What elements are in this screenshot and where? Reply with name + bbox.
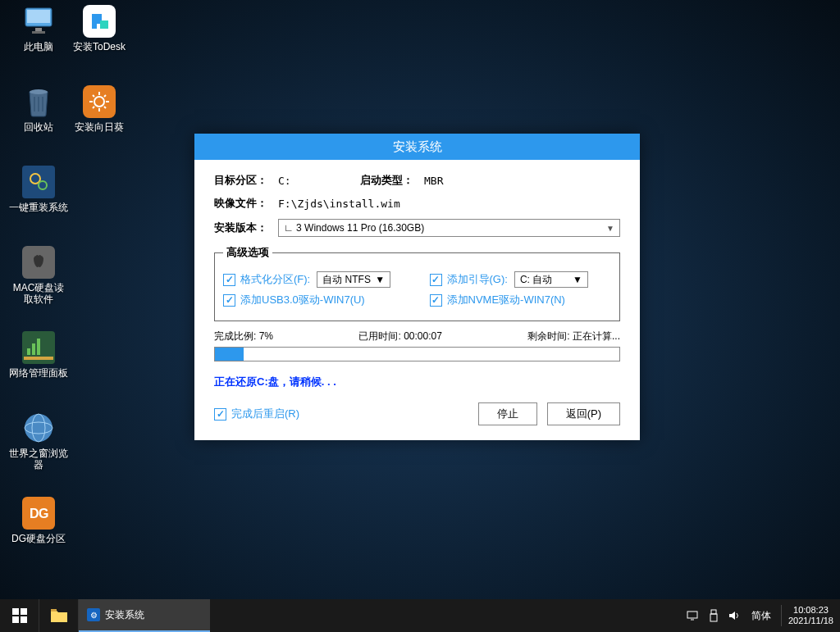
format-partition-label: 格式化分区(F): bbox=[240, 272, 310, 287]
svg-rect-8 bbox=[32, 343, 35, 355]
svg-rect-10 bbox=[24, 357, 53, 360]
svg-rect-2 bbox=[35, 28, 42, 31]
desktop-icon-label: 回收站 bbox=[8, 121, 69, 133]
taskbar-task-label: 安装系统 bbox=[105, 608, 144, 622]
svg-point-11 bbox=[25, 414, 52, 442]
ime-indicator[interactable]: 简体 bbox=[751, 609, 771, 623]
disk-genius-icon: DG bbox=[22, 497, 55, 530]
advanced-options-fieldset: 高级选项 ✓ 格式化分区(F): 自动 NTFS ▼ ✓ 添加引导(G): C:… bbox=[214, 245, 620, 321]
network-panel-icon bbox=[22, 331, 55, 364]
desktop-icon-dg-partition[interactable]: DG DG硬盘分区 bbox=[8, 497, 69, 544]
target-partition-value: C: bbox=[278, 175, 360, 187]
image-file-label: 映像文件： bbox=[214, 196, 278, 211]
desktop-icon-mac-disk[interactable]: MAC硬盘读取软件 bbox=[8, 246, 69, 306]
restart-after-checkbox[interactable]: ✓ bbox=[214, 408, 226, 421]
apple-disk-icon bbox=[22, 246, 55, 279]
chevron-down-icon: ▼ bbox=[375, 274, 385, 285]
svg-rect-26 bbox=[51, 609, 57, 612]
dialog-title: 安装系统 bbox=[393, 139, 442, 155]
clock-time: 10:08:23 bbox=[788, 605, 833, 616]
chevron-down-icon: ▼ bbox=[606, 224, 614, 233]
start-button[interactable] bbox=[0, 599, 39, 632]
windows-logo-icon bbox=[12, 608, 27, 623]
svg-point-4 bbox=[30, 89, 48, 94]
usb3-driver-checkbox[interactable]: ✓ bbox=[223, 294, 235, 307]
file-explorer-button[interactable] bbox=[39, 599, 79, 632]
clock-date: 2021/11/18 bbox=[788, 616, 833, 626]
install-system-dialog: 安装系统 目标分区： C: 启动类型： MBR 映像文件： F:\Zjds\in… bbox=[194, 134, 640, 440]
nvme-driver-label: 添加NVME驱动-WIN7(N) bbox=[447, 293, 565, 307]
system-tray: 简体 10:08:23 2021/11/18 bbox=[686, 599, 840, 632]
chevron-down-icon: ▼ bbox=[573, 274, 582, 285]
network-tray-icon[interactable] bbox=[686, 610, 699, 621]
progress-bar bbox=[214, 347, 620, 361]
desktop-icon-label: 此电脑 bbox=[8, 41, 69, 52]
svg-rect-29 bbox=[711, 610, 716, 614]
svg-point-6 bbox=[39, 181, 47, 189]
restart-after-label: 完成后重启(R) bbox=[231, 407, 299, 421]
desktop-icon-label: 网络管理面板 bbox=[8, 367, 69, 379]
todesk-icon bbox=[83, 5, 116, 38]
install-version-value: ∟ 3 Windows 11 Pro (16.30GB) bbox=[284, 222, 424, 234]
folder-icon bbox=[50, 608, 68, 623]
svg-rect-9 bbox=[37, 339, 40, 355]
format-fs-dropdown[interactable]: 自动 NTFS ▼ bbox=[317, 271, 390, 288]
gears-icon: ⚙ bbox=[87, 608, 100, 621]
svg-rect-27 bbox=[687, 612, 697, 618]
svg-line-25 bbox=[104, 95, 106, 97]
svg-point-17 bbox=[94, 97, 104, 107]
svg-line-23 bbox=[104, 107, 106, 108]
install-version-label: 安装版本： bbox=[214, 221, 278, 235]
svg-text:D: D bbox=[30, 507, 39, 521]
desktop-icon-label: 安装ToDesk bbox=[69, 41, 130, 52]
install-version-dropdown[interactable]: ∟ 3 Windows 11 Pro (16.30GB) ▼ bbox=[278, 219, 620, 237]
taskbar-task-install-system[interactable]: ⚙ 安装系统 bbox=[79, 599, 210, 632]
taskbar: ⚙ 安装系统 简体 10:08:23 2021/11/18 bbox=[0, 599, 840, 632]
globe-icon bbox=[22, 411, 55, 444]
desktop-icon-label: 世界之窗浏览器 bbox=[8, 448, 69, 471]
add-boot-dropdown[interactable]: C: 自动 ▼ bbox=[514, 271, 588, 288]
stop-button[interactable]: 停止 bbox=[478, 402, 537, 425]
monitor-icon bbox=[22, 5, 55, 38]
advanced-options-legend: 高级选项 bbox=[223, 245, 272, 260]
progress-fill bbox=[215, 348, 244, 361]
desktop-icon-reinstall[interactable]: 一键重装系统 bbox=[8, 166, 69, 213]
usb3-driver-label: 添加USB3.0驱动-WIN7(U) bbox=[240, 293, 365, 307]
add-boot-checkbox[interactable]: ✓ bbox=[430, 274, 442, 286]
desktop-icon-recycle-bin[interactable]: 回收站 bbox=[8, 85, 69, 133]
clock[interactable]: 10:08:23 2021/11/18 bbox=[781, 605, 833, 626]
desktop-icon-label: DG硬盘分区 bbox=[8, 533, 69, 544]
desktop-icon-sunflower[interactable]: 安装向日葵 bbox=[69, 85, 130, 133]
boot-type-value: MBR bbox=[424, 175, 443, 187]
volume-tray-icon[interactable] bbox=[728, 610, 742, 621]
desktop-icon-label: MAC硬盘读取软件 bbox=[8, 282, 69, 306]
boot-type-label: 启动类型： bbox=[360, 173, 424, 188]
elapsed-time-label: 已用时间: 00:00:07 bbox=[358, 330, 441, 343]
svg-line-22 bbox=[93, 95, 94, 97]
usb-tray-icon[interactable] bbox=[709, 609, 719, 622]
desktop-icon-this-pc[interactable]: 此电脑 bbox=[8, 5, 69, 52]
svg-rect-3 bbox=[32, 31, 45, 34]
svg-line-24 bbox=[93, 107, 94, 108]
desktop-icon-network-panel[interactable]: 网络管理面板 bbox=[8, 331, 69, 379]
svg-rect-1 bbox=[27, 10, 50, 23]
svg-rect-30 bbox=[710, 614, 717, 621]
svg-text:G: G bbox=[39, 507, 48, 521]
nvme-driver-checkbox[interactable]: ✓ bbox=[430, 294, 442, 307]
format-partition-checkbox[interactable]: ✓ bbox=[223, 274, 235, 286]
back-button[interactable]: 返回(P) bbox=[547, 402, 620, 425]
progress-complete-label: 完成比例: 7% bbox=[214, 330, 273, 343]
svg-rect-7 bbox=[27, 348, 30, 355]
dialog-title-bar[interactable]: 安装系统 bbox=[194, 134, 640, 160]
sunflower-icon bbox=[83, 85, 116, 118]
svg-rect-16 bbox=[100, 20, 108, 29]
trash-icon bbox=[22, 85, 55, 118]
image-file-value: F:\Zjds\install.wim bbox=[278, 198, 400, 210]
add-boot-label: 添加引导(G): bbox=[447, 272, 508, 287]
desktop-icon-label: 一键重装系统 bbox=[8, 202, 69, 213]
svg-point-5 bbox=[30, 174, 40, 184]
target-partition-label: 目标分区： bbox=[214, 173, 278, 188]
gears-icon bbox=[22, 166, 55, 198]
desktop-icon-todesk[interactable]: 安装ToDesk bbox=[69, 5, 130, 52]
desktop-icon-theworld-browser[interactable]: 世界之窗浏览器 bbox=[8, 411, 69, 471]
